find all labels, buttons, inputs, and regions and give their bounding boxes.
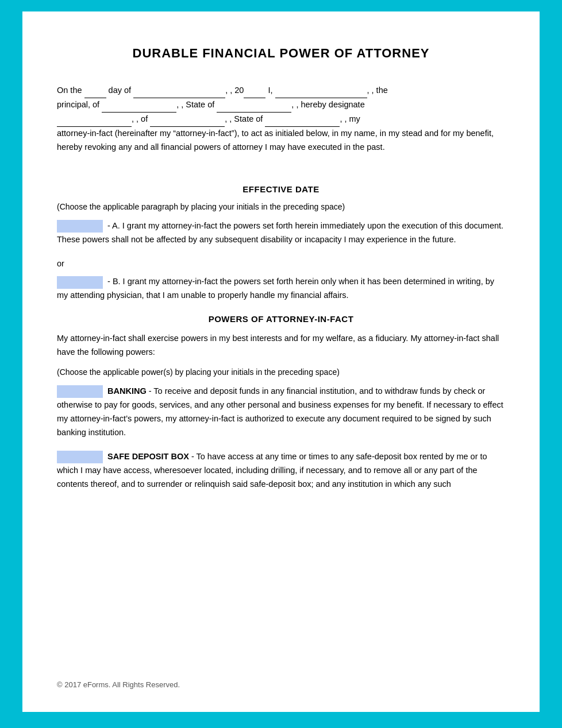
option-b-block: - B. I grant my attorney-in-fact the pow… [57, 275, 505, 303]
powers-note: (Choose the applicable power(s) by placi… [57, 367, 505, 377]
year-pre: , 20 [230, 86, 244, 95]
option-a-text: - A. I grant my attorney-in-fact the pow… [57, 221, 503, 244]
document-page: DURABLE FINANCIAL POWER OF ATTORNEY On t… [22, 11, 540, 712]
banking-label: BANKING [107, 386, 147, 396]
safe-deposit-initials[interactable] [57, 451, 103, 463]
banking-initials[interactable] [57, 385, 103, 398]
footer-text: © 2017 eForms. All Rights Reserved. [57, 680, 180, 689]
month-field[interactable] [133, 84, 225, 98]
effective-date-heading: EFFECTIVE DATE [57, 184, 505, 194]
hereby-designate-label: , hereby designate [296, 100, 364, 109]
or-text: or [57, 259, 505, 268]
attorney-name-field[interactable] [57, 113, 132, 127]
option-b-text: - B. I grant my attorney-in-fact the pow… [57, 277, 494, 300]
powers-heading: POWERS OF ATTORNEY-IN-FACT [57, 314, 505, 324]
footer: © 2017 eForms. All Rights Reserved. [57, 663, 505, 689]
attorney-state-field[interactable] [265, 113, 340, 127]
powers-intro: My attorney-in-fact shall exercise power… [57, 332, 505, 359]
intro-block: On the day of , , 20 I, , , the principa… [57, 84, 505, 154]
effective-date-note: (Choose the applicable paragraph by plac… [57, 202, 505, 211]
option-a-initials[interactable] [57, 220, 103, 233]
safe-deposit-label: SAFE DEPOSIT BOX [107, 452, 189, 461]
principal-address-field[interactable] [102, 98, 176, 113]
year-field[interactable] [244, 84, 265, 98]
intro-paragraph: attorney-in-fact (hereinafter my “attorn… [57, 129, 494, 152]
day-of-label: day of [109, 86, 132, 95]
principal-state-field[interactable] [217, 98, 291, 113]
of-label: , of [136, 114, 148, 123]
i-label: I, [268, 86, 272, 95]
state-of-label2: , State of [229, 114, 263, 123]
the-label: , the [372, 86, 388, 95]
day-field[interactable] [84, 84, 106, 98]
banking-block: BANKING - To receive and deposit funds i… [57, 385, 505, 440]
option-b-initials[interactable] [57, 276, 103, 289]
principal-of-label: principal, of [57, 100, 99, 109]
document-title: DURABLE FINANCIAL POWER OF ATTORNEY [57, 46, 505, 61]
principal-name-field[interactable] [275, 84, 367, 98]
option-a-block: - A. I grant my attorney-in-fact the pow… [57, 219, 505, 247]
attorney-address-field[interactable] [150, 113, 225, 127]
state-of-label: , State of [181, 100, 214, 109]
my-label: , my [344, 114, 360, 123]
safe-deposit-block: SAFE DEPOSIT BOX - To have access at any… [57, 450, 505, 491]
on-the-label: On the [57, 86, 82, 95]
